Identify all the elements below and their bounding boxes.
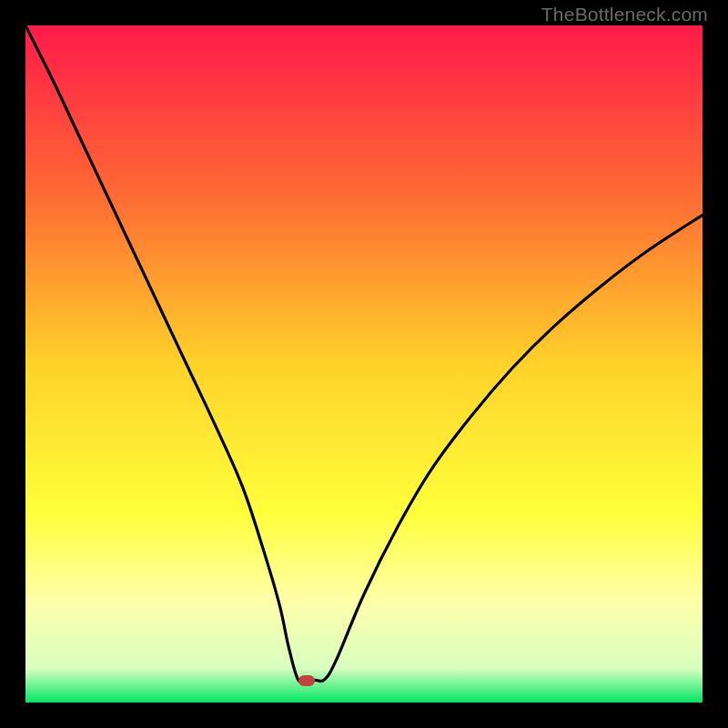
optimum-marker [298,675,315,686]
chart-frame: TheBottleneck.com [0,0,728,728]
gradient-background [25,25,703,703]
plot-area [25,25,703,703]
watermark-text: TheBottleneck.com [541,4,708,25]
plot-svg [25,25,703,703]
